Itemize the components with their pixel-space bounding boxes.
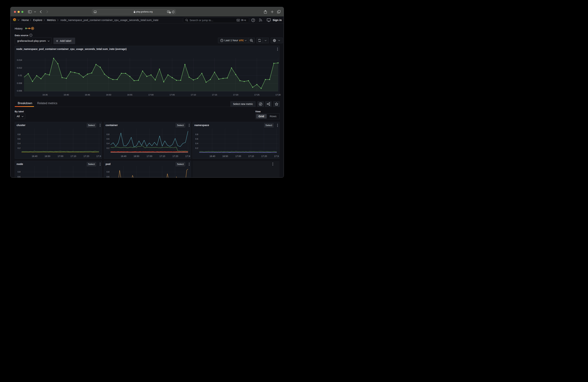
- svg-text:A: A: [168, 11, 169, 13]
- svg-text:?: ?: [252, 19, 254, 21]
- svg-text:x: x: [169, 12, 170, 13]
